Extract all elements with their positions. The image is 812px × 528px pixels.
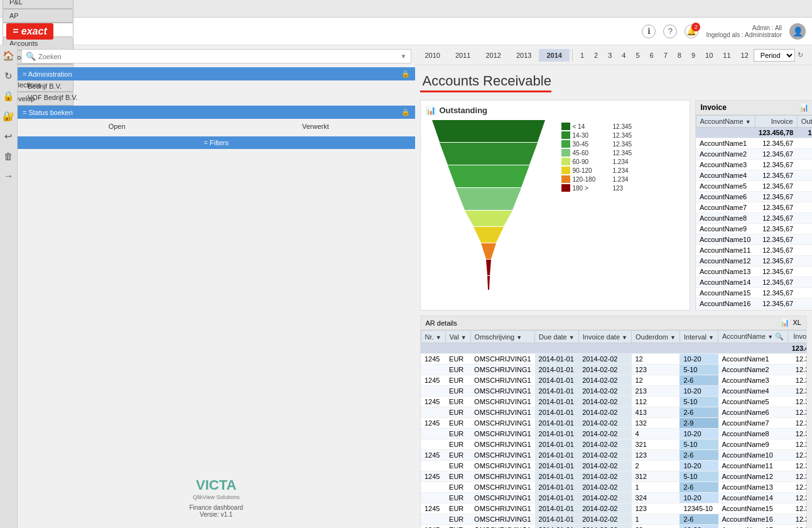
period-tab-9[interactable]: 9 <box>686 49 700 62</box>
table-row[interactable]: AccountName10 12.345,67 12.345,67 <box>696 234 812 245</box>
period-tab-8[interactable]: 8 <box>673 49 686 62</box>
period-tab-6[interactable]: 6 <box>645 49 659 62</box>
list-item[interactable]: EUR OMSCHRIJVING1 2014-01-01 2014-02-02 … <box>421 439 806 450</box>
list-item[interactable]: EUR OMSCHRIJVING1 2014-01-01 2014-02-02 … <box>421 365 806 375</box>
table-row[interactable]: AccountName6 12.345,67 12.345,67 <box>696 192 812 202</box>
table-row[interactable]: AccountName15 12.345,67 12.345,67 <box>696 288 812 299</box>
year-tab-2010[interactable]: 2010 <box>418 49 448 62</box>
list-item[interactable]: EUR OMSCHRIJVING1 2014-01-01 2014-02-02 … <box>421 514 806 525</box>
table-row[interactable]: AccountName13 12.345,67 12.345,67 <box>696 267 812 277</box>
back-icon[interactable]: ↩ <box>4 131 13 142</box>
invoice-row-outstanding: 12.345,67 <box>797 224 812 234</box>
list-item[interactable]: 1245 EUR OMSCHRIJVING1 2014-01-01 2014-0… <box>421 450 806 461</box>
status-section[interactable]: = Status boeken 🔒 <box>18 106 415 119</box>
header-right: ℹ ? 🔔 2 Admin : All Ingelogd als : Admin… <box>642 23 806 40</box>
table-row[interactable]: AccountName11 12.345,67 12.345,67 <box>696 245 812 256</box>
nav-tab-ap[interactable]: AP <box>3 9 73 23</box>
refresh-icon[interactable]: ↻ <box>4 70 13 82</box>
list-item[interactable]: 1245 EUR OMSCHRIJVING1 2014-01-01 2014-0… <box>421 354 806 365</box>
year-tab-2013[interactable]: 2013 <box>509 49 539 62</box>
forward-icon[interactable]: → <box>4 170 13 181</box>
col-val[interactable]: Val ▼ <box>445 331 470 343</box>
search-bar[interactable]: 🔍 ▼ <box>21 49 411 63</box>
list-item[interactable]: 1245 EUR OMSCHRIJVING1 2014-01-01 2014-0… <box>421 503 806 514</box>
ar-row-interval: 2-6 <box>679 514 718 525</box>
ar-row-due-date: 2014-01-01 <box>535 471 579 482</box>
col-omschrijving[interactable]: Omschrijving ▼ <box>470 331 534 343</box>
col-ouderdom[interactable]: Ouderdom ▼ <box>632 331 680 343</box>
ar-row-account: AccountName3 <box>718 375 788 386</box>
lock-icon[interactable]: 🔒 <box>3 91 14 102</box>
search-input[interactable] <box>38 53 401 60</box>
table-row[interactable]: AccountName14 12.345,67 12.345,67 <box>696 277 812 288</box>
period-tab-11[interactable]: 11 <box>718 49 735 62</box>
legend-color <box>561 184 570 192</box>
col-interval[interactable]: Interval ▼ <box>679 331 718 343</box>
table-row[interactable]: AccountName5 12.345,67 12.345,67 <box>696 181 812 192</box>
period-tab-10[interactable]: 10 <box>700 49 718 62</box>
notification-icon[interactable]: 🔔 2 <box>685 25 698 38</box>
period-select[interactable]: Period <box>754 49 795 62</box>
table-row[interactable]: AccountName16 12.345,67 12.345,67 <box>696 299 812 309</box>
invoice-col-accountname[interactable]: AccountName ▼ <box>696 116 755 128</box>
year-tab-2012[interactable]: 2012 <box>478 49 508 62</box>
period-tab-3[interactable]: 3 <box>603 49 617 62</box>
search-dropdown-icon[interactable]: ▼ <box>401 53 407 60</box>
period-tab-2[interactable]: 2 <box>589 49 603 62</box>
year-tab-2014[interactable]: 2014 <box>539 49 569 62</box>
period-tab-4[interactable]: 4 <box>617 49 631 62</box>
invoice-excel-icon[interactable]: 📊 <box>799 103 809 112</box>
invoice-row-invoice: 12.345,67 <box>755 288 797 299</box>
nav-tab-p&l[interactable]: P&L <box>3 0 73 9</box>
filters-section[interactable]: = Filters <box>18 136 415 149</box>
list-item[interactable]: EUR OMSCHRIJVING1 2014-01-01 2014-02-02 … <box>421 493 806 503</box>
home-icon[interactable]: 🏠 <box>3 50 14 62</box>
table-row[interactable]: AccountName8 12.345,67 12.345,67 <box>696 213 812 224</box>
ar-details-excel-icon[interactable]: 📊 <box>781 319 789 327</box>
invoice-col-outstanding[interactable]: Outstanding / <box>797 116 812 128</box>
col-invoice[interactable]: Invoice 🔍 <box>788 331 806 343</box>
ar-title-text: Accounts Receivable <box>420 70 551 92</box>
table-row[interactable]: AccountName9 12.345,67 12.345,67 <box>696 224 812 234</box>
invoice-col-invoice[interactable]: Invoice <box>755 116 797 128</box>
col-accountname[interactable]: AccountName ▼ 🔍 <box>718 331 788 343</box>
info-icon[interactable]: ℹ <box>642 25 656 38</box>
table-row[interactable]: AccountName1 12.345,67 12.345,67 <box>696 138 812 149</box>
table-row[interactable]: AccountName4 12.345,67 12.345,67 <box>696 170 812 181</box>
period-tab-1[interactable]: 1 <box>575 49 589 62</box>
lock2-icon[interactable]: 🔐 <box>3 111 14 122</box>
list-item[interactable]: 1245 EUR OMSCHRIJVING1 2014-01-01 2014-0… <box>421 375 806 386</box>
trash-icon[interactable]: 🗑 <box>4 151 13 162</box>
year-tab-2011[interactable]: 2011 <box>448 49 478 62</box>
list-item[interactable]: EUR OMSCHRIJVING1 2014-01-01 2014-02-02 … <box>421 482 806 493</box>
list-item[interactable]: EUR OMSCHRIJVING1 2014-01-01 2014-02-02 … <box>421 386 806 397</box>
table-row[interactable]: AccountName12 12.345,67 12.345,67 <box>696 256 812 267</box>
list-item[interactable]: 1245 EUR OMSCHRIJVING1 2014-01-01 2014-0… <box>421 471 806 482</box>
company-item-1[interactable]: Bedrijf B.V. <box>18 80 415 92</box>
table-row[interactable]: AccountName2 12.345,67 12.345,67 <box>696 149 812 160</box>
period-tab-12[interactable]: 12 <box>736 49 754 62</box>
col-invoice-date[interactable]: Invoice date ▼ <box>578 331 631 343</box>
company-item-2[interactable]: VOF Bedrijf B.V. <box>18 92 415 103</box>
ar-details-xl-label[interactable]: XL <box>793 319 801 327</box>
table-row[interactable]: AccountName7 12.345,67 12.345,67 <box>696 202 812 213</box>
funnel-chart[interactable] <box>426 120 551 296</box>
status-open[interactable]: Open <box>18 121 216 131</box>
list-item[interactable]: EUR OMSCHRIJVING1 2014-01-01 2014-02-02 … <box>421 429 806 439</box>
col-nr[interactable]: Nr. ▼ <box>421 331 445 343</box>
list-item[interactable]: EUR OMSCHRIJVING1 2014-01-01 2014-02-02 … <box>421 461 806 471</box>
list-item[interactable]: 1245 EUR OMSCHRIJVING1 2014-01-01 2014-0… <box>421 418 806 429</box>
table-row[interactable]: AccountName17 12.345,67 12.345,67 <box>696 309 812 311</box>
help-icon[interactable]: ? <box>663 25 677 38</box>
list-item[interactable]: 1245 EUR OMSCHRIJVING1 2014-01-01 2014-0… <box>421 525 806 529</box>
ar-row-omschrijving: OMSCHRIJVING1 <box>470 471 534 482</box>
table-row[interactable]: AccountName3 12.345,67 12.345,67 <box>696 160 812 170</box>
list-item[interactable]: 1245 EUR OMSCHRIJVING1 2014-01-01 2014-0… <box>421 397 806 407</box>
refresh-spinner-icon[interactable]: ↻ <box>798 51 803 59</box>
period-tab-7[interactable]: 7 <box>659 49 673 62</box>
list-item[interactable]: EUR OMSCHRIJVING1 2014-01-01 2014-02-02 … <box>421 407 806 418</box>
administration-section[interactable]: = Administration 🔒 <box>18 67 415 80</box>
period-tab-5[interactable]: 5 <box>631 49 644 62</box>
col-due-date[interactable]: Due date ▼ <box>535 331 579 343</box>
status-verwerkt[interactable]: Verwerkt <box>216 121 414 131</box>
